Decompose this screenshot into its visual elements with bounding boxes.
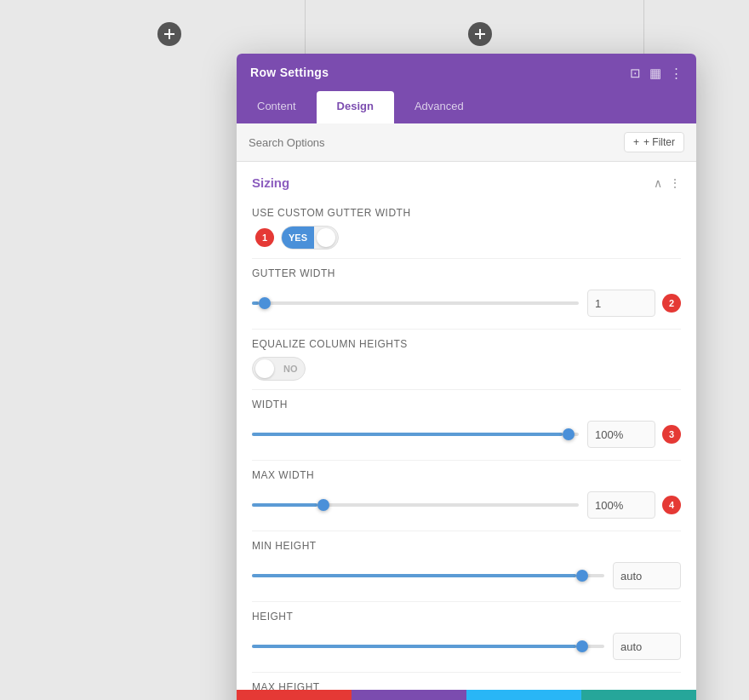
max-width-slider-area: 4 — [252, 488, 681, 522]
height-slider-area — [252, 629, 681, 663]
width-row: Width 3 — [237, 390, 696, 460]
modal-tabs: Content Design Advanced — [237, 91, 696, 123]
use-custom-gutter-label: Use Custom Gutter Width — [252, 207, 681, 219]
badge-3: 3 — [662, 425, 681, 444]
width-label: Width — [252, 399, 681, 410]
height-row: Height — [237, 602, 696, 672]
section-more-icon[interactable]: ⋮ — [669, 176, 681, 190]
slider-thumb-height[interactable] — [576, 640, 588, 652]
equalize-columns-toggle[interactable]: NO — [252, 357, 306, 381]
max-width-row: Max Width 4 — [237, 461, 696, 531]
slider-thumb-min-height[interactable] — [576, 570, 588, 582]
modal-header: Row Settings ⊡ ▦ ⋮ — [237, 54, 696, 91]
filter-label: + Filter — [643, 136, 675, 148]
search-bar: + + Filter — [237, 123, 696, 162]
copy-button[interactable]: ⟳ — [466, 690, 581, 700]
header-icons: ⊡ ▦ ⋮ — [630, 66, 683, 79]
gutter-width-row: Gutter Width 2 — [237, 259, 696, 329]
section-title: Sizing — [252, 175, 289, 190]
tab-design[interactable]: Design — [317, 91, 394, 123]
slider-fill — [252, 301, 259, 305]
min-height-slider[interactable] — [252, 569, 604, 582]
sizing-section-header: Sizing ∧ ⋮ — [237, 162, 696, 198]
add-column-left-button[interactable] — [157, 22, 181, 46]
layout-icon[interactable]: ▦ — [649, 66, 661, 79]
max-height-row: Max Height — [237, 673, 696, 690]
row-settings-modal: Row Settings ⊡ ▦ ⋮ Content Design Advanc… — [237, 54, 696, 700]
more-options-icon[interactable]: ⋮ — [670, 66, 683, 79]
filter-button[interactable]: + + Filter — [624, 132, 684, 152]
reset-button[interactable]: ↺ — [352, 690, 466, 700]
gutter-width-slider-area: 2 — [252, 286, 681, 320]
use-custom-gutter-row: Use Custom Gutter Width 1 YES — [237, 198, 696, 258]
slider-fill-max-width — [252, 503, 317, 507]
cancel-button[interactable]: ✕ — [237, 690, 352, 700]
badge-4: 4 — [662, 496, 681, 514]
min-height-slider-area — [252, 559, 681, 593]
tab-advanced[interactable]: Advanced — [394, 91, 484, 123]
gutter-width-slider[interactable] — [252, 296, 579, 310]
badge-1: 1 — [255, 228, 274, 247]
min-height-row: Min Height — [237, 531, 696, 601]
slider-thumb-max-width[interactable] — [317, 499, 329, 511]
slider-track-min-height — [252, 574, 604, 577]
equalize-columns-label: Equalize Column Heights — [252, 338, 681, 350]
width-input[interactable] — [587, 421, 655, 448]
slider-fill-min-height — [252, 574, 576, 577]
max-height-label: Max Height — [252, 681, 681, 690]
equalize-columns-row: Equalize Column Heights NO — [237, 330, 696, 389]
search-input[interactable] — [249, 136, 624, 149]
slider-fill-width — [252, 433, 563, 436]
slider-thumb-width[interactable] — [563, 428, 575, 440]
min-height-label: Min Height — [252, 540, 681, 552]
slider-fill-height — [252, 645, 576, 648]
badge-2: 2 — [662, 294, 681, 313]
custom-gutter-toggle[interactable]: YES — [281, 226, 339, 250]
preview-icon[interactable]: ⊡ — [630, 66, 641, 79]
gutter-width-input[interactable] — [587, 290, 655, 317]
max-width-label: Max Width — [252, 469, 681, 481]
width-slider-area: 3 — [252, 417, 681, 451]
width-slider[interactable] — [252, 427, 579, 441]
add-column-right-button[interactable] — [468, 22, 492, 46]
bottom-toolbar: ✕ ↺ ⟳ ✓ — [237, 690, 696, 700]
tab-content[interactable]: Content — [237, 91, 317, 123]
toggle-yes-label: YES — [282, 227, 314, 249]
toggle-thumb-left — [255, 359, 274, 378]
slider-track — [252, 301, 579, 305]
toggle-no-label: NO — [277, 358, 305, 380]
toggle-thumb — [317, 228, 335, 247]
gutter-width-label: Gutter Width — [252, 267, 681, 279]
min-height-input[interactable] — [613, 562, 681, 589]
modal-title: Row Settings — [250, 66, 329, 79]
slider-thumb[interactable] — [259, 297, 271, 309]
max-width-slider[interactable] — [252, 498, 579, 512]
max-width-input[interactable] — [587, 491, 655, 519]
section-actions: ∧ ⋮ — [654, 176, 681, 190]
slider-track-max-width — [252, 503, 579, 507]
height-slider[interactable] — [252, 640, 604, 653]
slider-track-width — [252, 433, 579, 436]
save-button[interactable]: ✓ — [581, 690, 696, 700]
slider-track-height — [252, 645, 604, 648]
panel-content: Sizing ∧ ⋮ Use Custom Gutter Width 1 YES — [237, 162, 696, 690]
collapse-icon[interactable]: ∧ — [654, 176, 662, 190]
filter-icon: + — [633, 136, 639, 148]
height-input[interactable] — [613, 633, 681, 660]
height-label: Height — [252, 611, 681, 623]
